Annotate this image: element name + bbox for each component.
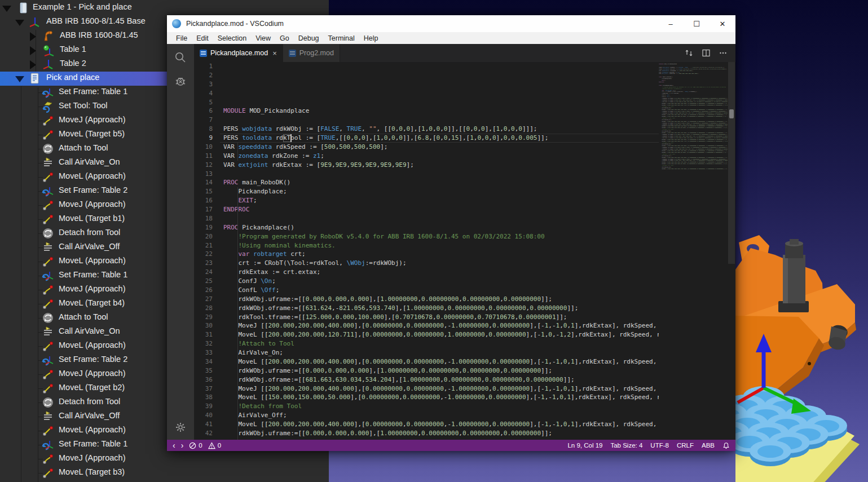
attach-icon [42,143,54,155]
code-line [223,214,659,223]
menu-debug[interactable]: Debug [294,34,324,42]
code-line: !Program generated by RoboDK v5.4.0 for … [223,232,659,241]
search-icon[interactable] [174,51,187,64]
movel-icon [42,255,54,268]
nav-forward-icon[interactable]: › [181,441,184,450]
tree-item-label: MoveL (Target b5) [59,129,125,138]
code-line: rdkWObj.uframe:=[[0.000,0.000,0.000],[1.… [223,429,659,438]
detach-icon [42,227,54,240]
menu-bar: FileEditSelectionViewGoDebugTerminalHelp [167,32,735,44]
settings-gear-icon[interactable] [174,421,187,434]
expand-down-arrow[interactable] [15,20,24,26]
call-icon [42,241,54,254]
eol-indicator[interactable]: CRLF [677,442,694,449]
line-col-indicator[interactable]: Ln 9, Col 19 [567,442,602,449]
tree-item-label: MoveL (Approach) [59,256,126,265]
tree-item-label: MoveL (Target b2) [59,383,125,392]
tree-item-label: Set Frame: Table 2 [59,355,127,364]
menu-go[interactable]: Go [275,34,294,42]
expand-right-arrow[interactable] [30,32,36,41]
editor-scrollbar[interactable] [728,62,735,440]
tree-item-label: Detach from Tool [59,228,120,237]
robodk-desktop: Example 1 - Pick and placeABB IRB 1600-8… [0,0,868,482]
tree-item-example-1-pick-and-place[interactable]: Example 1 - Pick and place [0,1,318,15]
expand-down-arrow[interactable] [15,76,24,82]
open-changes-icon[interactable] [685,48,694,58]
tree-item-label: MoveL (Target b1) [59,214,125,223]
expand-right-arrow[interactable] [30,46,36,55]
code-line: PERS wobjdata rdkWObj := [FALSE, TRUE, "… [223,125,659,134]
close-button[interactable]: ✕ [710,15,735,32]
code-line: MoveL [[200.000,200.000,400.000],[0.0000… [223,357,659,366]
program-icon [29,72,41,85]
code-line: MoveL [[200.000,200.000,400.000],[0.0000… [223,420,659,429]
movel-icon [42,171,54,183]
tree-item-label: ABB IRB 1600-8/1.45 [60,30,138,39]
setframe-icon [42,354,54,366]
expand-down-arrow[interactable] [2,6,11,12]
code-content[interactable]: MODULE MOD_Pickandplace PERS wobjdata rd… [220,62,659,440]
menu-help[interactable]: Help [359,34,383,42]
tree-item-label: Example 1 - Pick and place [33,2,132,11]
language-mode-indicator[interactable]: ABB [702,442,715,449]
menu-terminal[interactable]: Terminal [324,34,359,42]
movel-icon [42,340,54,352]
tab-close-icon[interactable]: × [272,49,277,58]
warnings-indicator[interactable]: 0 [208,442,221,449]
debug-icon[interactable] [174,74,187,88]
movel-icon [42,129,54,141]
maximize-button[interactable]: ☐ [684,15,710,32]
menu-file[interactable]: File [171,34,192,42]
expand-right-arrow[interactable] [30,60,36,69]
code-line: MODULE MOD_Pickandplace [223,107,659,116]
tree-item-label: MoveL (Approach) [59,341,126,350]
setframe-icon [42,185,54,197]
menu-view[interactable]: View [251,34,275,42]
nav-back-icon[interactable]: ‹ [173,441,175,450]
split-editor-icon[interactable] [702,48,711,58]
scrollbar-thumb[interactable] [728,62,735,264]
minimap[interactable]: MODULE MOD_Pickandplace PERS wobjdata rd… [659,62,728,440]
vscodium-window: Pickandplace.mod - VSCodium – ☐ ✕ FileEd… [167,15,735,451]
code-line: VAR extjoint rdkExtax := [9E9,9E9,9E9,9E… [223,161,659,170]
line-numbers: 1234567891011121314151617181920212223242… [194,62,220,440]
movej-icon [42,284,54,296]
code-line: EXIT; [223,196,659,205]
scrollbar-grip[interactable] [729,109,734,118]
menu-edit[interactable]: Edit [192,34,213,42]
tab-size-indicator[interactable]: Tab Size: 4 [610,442,642,449]
tab-pickandplace-mod[interactable]: Pickandplace.mod× [194,44,283,62]
tree-item-movej-approach[interactable]: MoveJ (Approach) [0,452,318,466]
code-line: AirValve_Off; [223,411,659,420]
tree-item-label: Detach from Tool [59,397,120,406]
code-line: ENDPROC [223,205,659,214]
code-line: MoveL [[200.000,200.000,120.711],[0.0000… [223,330,659,339]
tree-item-label: Call AirValve_Off [59,411,120,420]
code-line: ConfJ \On; [223,277,659,286]
more-actions-icon[interactable] [719,48,728,58]
code-editor[interactable]: 1234567891011121314151617181920212223242… [194,62,735,440]
code-line: rdkWObj.oframe:=[[631.624,-821.056,593.7… [223,438,659,440]
menu-selection[interactable]: Selection [213,34,251,42]
titlebar[interactable]: Pickandplace.mod - VSCodium – ☐ ✕ [167,15,735,32]
tree-item-movel-target-b3[interactable]: MoveL (Target b3) [0,466,318,480]
encoding-indicator[interactable]: UTF-8 [650,442,669,449]
tab-bar: Pickandplace.mod×Prog2.mod [194,44,735,62]
errors-indicator[interactable]: 0 [189,442,202,449]
code-line: rdkWObj.oframe:=[[631.624,-821.056,593.7… [223,304,659,313]
tree-item-label: Call AirValve_Off [59,242,120,251]
robot-icon [42,30,55,42]
tab-prog2-mod[interactable]: Prog2.mod [283,44,340,62]
tree-item-label: MoveL (Approach) [59,425,126,434]
robot-cell-3d-render [735,0,868,482]
call-icon [42,410,54,423]
code-line: rdkWObj.uframe:=[[0.000,0.000,0.000],[1.… [223,295,659,304]
minimize-button[interactable]: – [658,15,684,32]
frame-icon [42,58,55,70]
movej-icon [42,114,54,127]
tree-item-label: MoveJ (Approach) [59,453,125,462]
code-line: AirValve_On; [223,348,659,357]
notifications-bell-icon[interactable] [722,442,730,449]
movel-icon [42,298,54,310]
tree-item-label: MoveL (Approach) [59,171,126,180]
